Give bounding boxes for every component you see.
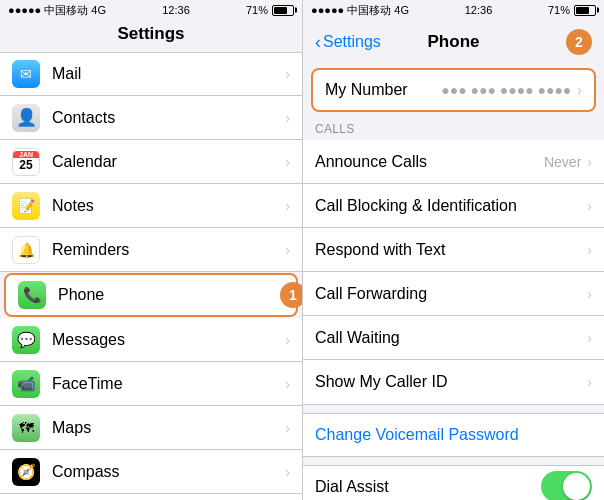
settings-item-reminders[interactable]: 🔔 Reminders › (0, 228, 302, 272)
left-signal: ●●●●● 中国移动 4G (8, 3, 106, 18)
phone-item-call-blocking[interactable]: Call Blocking & Identification › (303, 184, 604, 228)
toggle-knob (563, 473, 590, 500)
settings-item-compass[interactable]: 🧭 Compass › (0, 450, 302, 494)
my-number-label: My Number (325, 81, 441, 99)
facetime-chevron: › (285, 376, 290, 392)
right-battery-icon (574, 5, 596, 16)
right-status-bar: ●●●●● 中国移动 4G 12:36 71% (303, 0, 604, 20)
maps-chevron: › (285, 420, 290, 436)
calls-section-header: CALLS (303, 116, 604, 140)
phone-nav-title: Phone (428, 32, 480, 52)
step-badge-2: 2 (566, 29, 592, 55)
step-badge-1: 1 (280, 282, 302, 308)
compass-label: Compass (52, 463, 285, 481)
settings-item-calendar[interactable]: JAN 25 Calendar › (0, 140, 302, 184)
settings-list: ✉ Mail › 👤 Contacts › JAN 25 Calendar › … (0, 52, 302, 500)
left-panel: ●●●●● 中国移动 4G 12:36 71% Settings ✉ Mail … (0, 0, 302, 500)
back-label: Settings (323, 33, 381, 51)
settings-item-safari[interactable]: 🧭 Safari › (0, 494, 302, 500)
my-number-chevron: › (577, 82, 582, 98)
phone-item-call-forwarding[interactable]: Call Forwarding › (303, 272, 604, 316)
dial-assist-toggle[interactable] (541, 471, 592, 500)
call-forwarding-label: Call Forwarding (315, 285, 587, 303)
facetime-icon: 📹 (12, 370, 40, 398)
reminders-chevron: › (285, 242, 290, 258)
notes-chevron: › (285, 198, 290, 214)
right-signal: ●●●●● 中国移动 4G (311, 3, 409, 18)
left-status-bar: ●●●●● 中国移动 4G 12:36 71% (0, 0, 302, 20)
contacts-chevron: › (285, 110, 290, 126)
announce-calls-value: Never (544, 154, 581, 170)
dial-assist-section: Dial Assist Dial assist automatically de… (303, 465, 604, 501)
divider (303, 404, 604, 405)
back-button[interactable]: ‹ Settings (315, 32, 381, 53)
phone-settings-list: My Number ●●● ●●● ●●●● ●●●● › CALLS Anno… (303, 64, 604, 500)
mail-chevron: › (285, 66, 290, 82)
caller-id-label: Show My Caller ID (315, 373, 587, 391)
notes-icon: 📝 (12, 192, 40, 220)
messages-chevron: › (285, 332, 290, 348)
call-waiting-chevron: › (587, 330, 592, 346)
reminders-icon: 🔔 (12, 236, 40, 264)
call-blocking-chevron: › (587, 198, 592, 214)
my-number-item[interactable]: My Number ●●● ●●● ●●●● ●●●● › (311, 68, 596, 112)
right-time: 12:36 (465, 4, 493, 16)
maps-label: Maps (52, 419, 285, 437)
voicemail-section: Change Voicemail Password (303, 413, 604, 457)
respond-text-chevron: › (587, 242, 592, 258)
contacts-icon: 👤 (12, 104, 40, 132)
right-battery-pct: 71% (548, 4, 570, 16)
phone-label: Phone (58, 286, 279, 304)
dial-assist-item: Dial Assist (303, 465, 604, 501)
compass-chevron: › (285, 464, 290, 480)
announce-calls-label: Announce Calls (315, 153, 544, 171)
settings-item-mail[interactable]: ✉ Mail › (0, 52, 302, 96)
messages-label: Messages (52, 331, 285, 349)
contacts-label: Contacts (52, 109, 285, 127)
left-battery-pct: 71% (246, 4, 268, 16)
left-battery-area: 71% (246, 4, 294, 16)
settings-item-contacts[interactable]: 👤 Contacts › (0, 96, 302, 140)
mail-label: Mail (52, 65, 285, 83)
calendar-chevron: › (285, 154, 290, 170)
phone-item-call-waiting[interactable]: Call Waiting › (303, 316, 604, 360)
right-panel: ●●●●● 中国移动 4G 12:36 71% ‹ Settings Phone… (302, 0, 604, 500)
settings-item-maps[interactable]: 🗺 Maps › (0, 406, 302, 450)
phone-icon: 📞 (18, 281, 46, 309)
call-blocking-label: Call Blocking & Identification (315, 197, 587, 215)
notes-label: Notes (52, 197, 285, 215)
settings-title: Settings (0, 20, 302, 52)
maps-icon: 🗺 (12, 414, 40, 442)
phone-item-announce-calls[interactable]: Announce Calls Never › (303, 140, 604, 184)
calendar-label: Calendar (52, 153, 285, 171)
facetime-label: FaceTime (52, 375, 285, 393)
settings-item-phone[interactable]: 📞 Phone › (4, 273, 298, 317)
phone-item-caller-id[interactable]: Show My Caller ID › (303, 360, 604, 404)
announce-calls-chevron: › (587, 154, 592, 170)
call-forwarding-chevron: › (587, 286, 592, 302)
respond-text-label: Respond with Text (315, 241, 587, 259)
messages-icon: 💬 (12, 326, 40, 354)
reminders-label: Reminders (52, 241, 285, 259)
phone-nav-bar: ‹ Settings Phone 2 (303, 20, 604, 64)
voicemail-link[interactable]: Change Voicemail Password (303, 413, 604, 457)
settings-item-facetime[interactable]: 📹 FaceTime › (0, 362, 302, 406)
dial-assist-label: Dial Assist (315, 478, 541, 496)
back-chevron-icon: ‹ (315, 32, 321, 53)
settings-item-messages[interactable]: 💬 Messages › (0, 318, 302, 362)
compass-icon: 🧭 (12, 458, 40, 486)
settings-item-notes[interactable]: 📝 Notes › (0, 184, 302, 228)
left-time: 12:36 (162, 4, 190, 16)
mail-icon: ✉ (12, 60, 40, 88)
call-waiting-label: Call Waiting (315, 329, 587, 347)
phone-item-respond-text[interactable]: Respond with Text › (303, 228, 604, 272)
calendar-icon: JAN 25 (12, 148, 40, 176)
caller-id-chevron: › (587, 374, 592, 390)
my-number-value: ●●● ●●● ●●●● ●●●● (441, 82, 571, 98)
left-battery-icon (272, 5, 294, 16)
right-battery-area: 71% (548, 4, 596, 16)
